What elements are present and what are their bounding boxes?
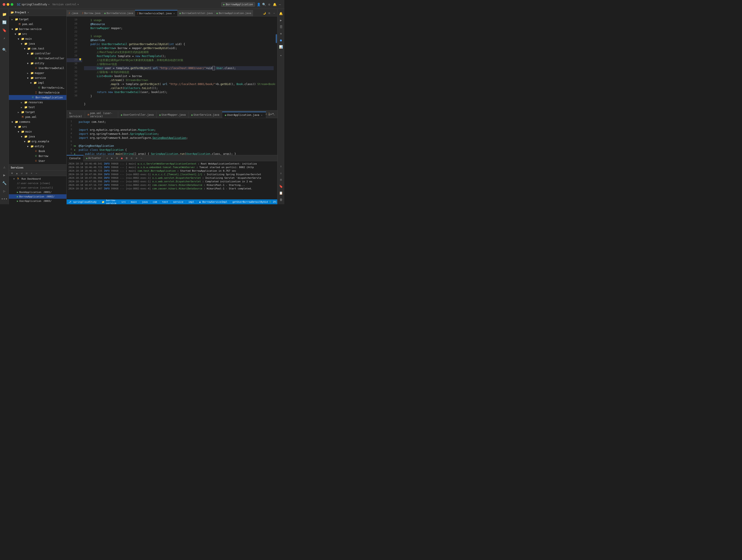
more-tabs-button[interactable]: ⋯ (272, 11, 276, 15)
project-icon[interactable]: 📁 (1, 11, 8, 18)
tree-item[interactable]: I BorrowService (9, 90, 66, 95)
settings-button[interactable]: ⚙ (134, 156, 139, 160)
tree-item[interactable]: ▼ 📁 src (9, 124, 66, 129)
rerun-button[interactable]: ↺ (105, 156, 109, 160)
tree-item[interactable]: © BorrowController (9, 56, 66, 61)
add-config-button[interactable]: + (29, 171, 34, 176)
close-button[interactable] (3, 3, 5, 6)
tree-item[interactable]: ▼ 📁 main (9, 37, 66, 41)
tree-item[interactable]: ▼ 📁 main (9, 129, 66, 134)
tab-k-service[interactable]: k-service) (67, 112, 85, 118)
tab-user-application[interactable]: ◉ UserApplication.java ✕ (222, 112, 266, 118)
tab-pom-xml-user-service[interactable]: M pom.xml (user-service) (85, 112, 118, 118)
scroll-up-icon[interactable]: ↑ (278, 163, 284, 169)
tree-item[interactable]: ▼ 📁 com.test (9, 46, 66, 51)
user-application-item[interactable]: ▶ UserApplication :8083/ (9, 199, 66, 203)
bookmark-icon[interactable]: 🔖 (278, 183, 284, 189)
copy-icon[interactable]: 📋 (278, 190, 284, 196)
collapse-all-button[interactable]: ▲ (15, 171, 19, 176)
tab-borrow-service-impl-java[interactable]: J BorrowServiceImpl.java ✕ (135, 10, 177, 16)
tree-item[interactable]: ▼ 📁 controller (9, 51, 66, 56)
run-dashboard-item[interactable]: ▼ 🏃 Run Dashboard (9, 176, 66, 181)
tree-item[interactable]: © User (9, 159, 66, 163)
delete-icon[interactable]: 🗑 (278, 197, 284, 203)
terminal-icon[interactable]: ▶ (1, 171, 8, 178)
tree-item[interactable]: ▼ 📁 org.example (9, 139, 66, 144)
tab-user-service[interactable]: ◉ UserService.java (189, 112, 222, 118)
tab-borrow-application-java[interactable]: ◉ BorrowApplication.java (215, 10, 253, 16)
find-icon[interactable]: 🔍 (1, 46, 8, 53)
avatar-icon[interactable]: 👤 (257, 3, 260, 6)
database-icon[interactable]: 🗄 (278, 24, 284, 30)
close-tab-button[interactable]: ✕ (172, 12, 175, 15)
tree-item[interactable]: ▼ 📁 entity (9, 144, 66, 149)
borrow-application-item[interactable]: ▶ BorrowApplication :8082/ (9, 194, 66, 199)
tree-item[interactable]: ▶ 📁 target (9, 17, 66, 22)
code-editor-top[interactable]: 19 20 21 22 23 24 25 26 27 28 29 30 31 3… (67, 16, 277, 110)
tree-item[interactable]: ▼ 📁 borrow-service (9, 26, 66, 32)
console-content[interactable]: 2024-10-18 18:46:48.541 INFO 99068 --- [… (67, 161, 277, 200)
tree-item[interactable]: ▼ 📁 service (9, 75, 66, 80)
run-config[interactable]: ▶ BorrowApplication (221, 2, 255, 7)
project-tree[interactable]: ▶ 📁 target M pom.xml ▼ 📁 borrow-service (9, 16, 66, 164)
settings-icon[interactable]: ⚙ (267, 3, 271, 6)
code-content-top[interactable]: 1 usage @Resource BorrowMapper mapper; 1… (82, 16, 275, 110)
more-button[interactable]: ⋯ (139, 156, 144, 160)
services-icon[interactable]: 🔧 (1, 179, 8, 186)
tab-borrow-controller-java[interactable]: ◉ BorrowController.java (177, 10, 215, 16)
more-icon[interactable]: ⋯ (278, 3, 282, 6)
tab-borrow-service-java[interactable]: ◉ BorrowService.java (102, 10, 135, 16)
pause-button[interactable]: ⏸ (115, 156, 119, 160)
tree-item[interactable]: ▼ 📁 commons (9, 119, 66, 124)
event-log-icon[interactable]: ● (278, 37, 284, 43)
tree-item[interactable]: ▼ 📁 java (9, 134, 66, 139)
user-service-install-item[interactable]: // user-service [install] (9, 185, 66, 190)
search-icon[interactable]: 🔍 (262, 3, 266, 6)
expand-icon[interactable]: ⊟ (278, 177, 284, 182)
minimize-button[interactable] (7, 3, 9, 6)
refresh-button[interactable]: ↺ (19, 171, 24, 176)
filter-button[interactable]: ⊟ (24, 171, 29, 176)
split-editor-button[interactable]: ⧉ (267, 11, 271, 15)
tree-item[interactable]: ▶ 📁 test (9, 105, 66, 110)
expand-all-button[interactable]: ▼ (10, 171, 14, 176)
tree-item[interactable]: ▼ 📁 java (9, 41, 66, 46)
theme-toggle-button[interactable]: 🌙 (262, 11, 267, 15)
tree-item[interactable]: ▼ 📁 src (9, 32, 66, 37)
tab-borrow-java[interactable]: J Borrow.java (80, 10, 102, 16)
run-icon[interactable]: ▷ (1, 187, 8, 194)
tree-item[interactable]: ▶ 📁 resources (9, 100, 66, 105)
scroll-down-icon[interactable]: ↓ (278, 170, 284, 176)
resume-button[interactable]: ▶ (110, 156, 114, 160)
bookmarks-icon[interactable]: 🔖 (1, 26, 8, 34)
tree-item[interactable]: © Book (9, 149, 66, 154)
stop-button[interactable]: ■ (119, 156, 124, 160)
tree-item[interactable]: ▶ 📁 target (9, 110, 66, 115)
tree-item[interactable]: ▼ 📁 entity (9, 61, 66, 66)
tab-java[interactable]: J .java (67, 10, 80, 16)
tree-item-borrow[interactable]: © Borrow (9, 154, 66, 159)
notifications-icon[interactable]: 🔔 (273, 3, 276, 6)
ai-icon[interactable]: ✦ (278, 52, 284, 58)
book-application-item[interactable]: ▶ BookApplication :8081/ (9, 190, 66, 194)
tab-actuator[interactable]: ◉ Actuator (84, 155, 104, 161)
user-service-clean-item[interactable]: // user-service [clean] (9, 181, 66, 185)
run-dashboard-icon[interactable]: ▶ (278, 17, 284, 23)
structure-icon[interactable]: ⚡ (1, 35, 8, 42)
tab-user-mapper[interactable]: ◉ UserMapper.java (157, 112, 189, 118)
more-tools-icon[interactable]: ••• (1, 195, 8, 203)
tree-item[interactable]: ▼ 📁 impl (9, 80, 66, 85)
maximize-button[interactable] (11, 3, 13, 6)
tree-item[interactable]: M pom.xml (9, 22, 66, 26)
close-tab-button[interactable]: ✕ (260, 113, 263, 117)
notifications-icon[interactable]: 🔔 (278, 11, 284, 16)
maven-icon[interactable]: m (278, 31, 284, 37)
tree-item[interactable]: © BorrowServiceImpl (9, 85, 66, 90)
tab-console[interactable]: Console (67, 155, 84, 161)
top-editor-scrollbar[interactable] (275, 16, 277, 110)
tree-item-borrow-application[interactable]: © BorrowApplication (9, 95, 66, 100)
code-content-bottom[interactable]: package com.test; import org.mybatis.spr… (77, 118, 277, 155)
commit-icon[interactable]: 🔄 (1, 19, 8, 26)
clear-button[interactable]: 🗑 (124, 156, 129, 160)
more-options-button[interactable]: ⋯ (34, 171, 39, 176)
